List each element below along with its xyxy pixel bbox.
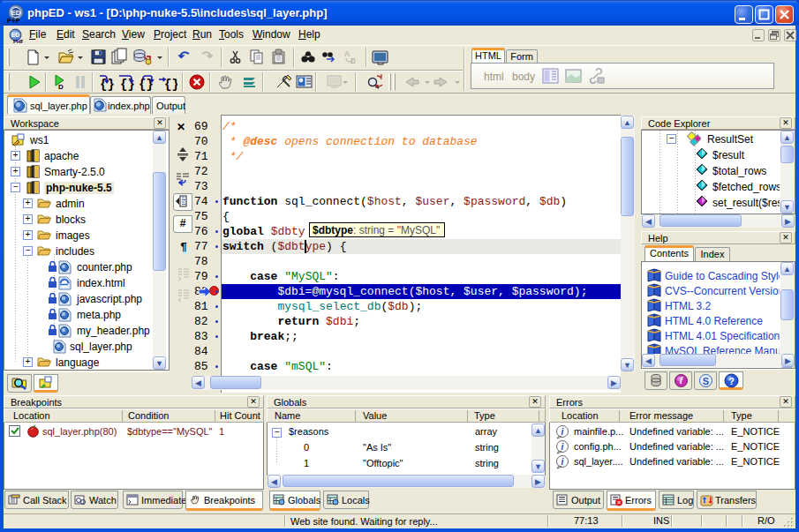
svg-text:P╫P: P╫P bbox=[7, 17, 20, 24]
svg-text:i: i bbox=[562, 457, 564, 467]
svg-text:i: i bbox=[562, 427, 564, 437]
svg-text:S: S bbox=[702, 376, 708, 386]
svg-text:i: i bbox=[562, 442, 564, 452]
svg-text:{}: {} bbox=[164, 78, 177, 92]
svg-text:A: A bbox=[344, 49, 350, 58]
svg-text:B: B bbox=[351, 56, 356, 65]
svg-text:D: D bbox=[58, 83, 64, 91]
svg-text:{}: {} bbox=[120, 78, 135, 92]
svg-text:ED: ED bbox=[11, 9, 21, 17]
svg-text:ED: ED bbox=[11, 32, 20, 38]
svg-text:?: ? bbox=[728, 376, 735, 386]
svg-text:PHP: PHP bbox=[13, 39, 23, 44]
